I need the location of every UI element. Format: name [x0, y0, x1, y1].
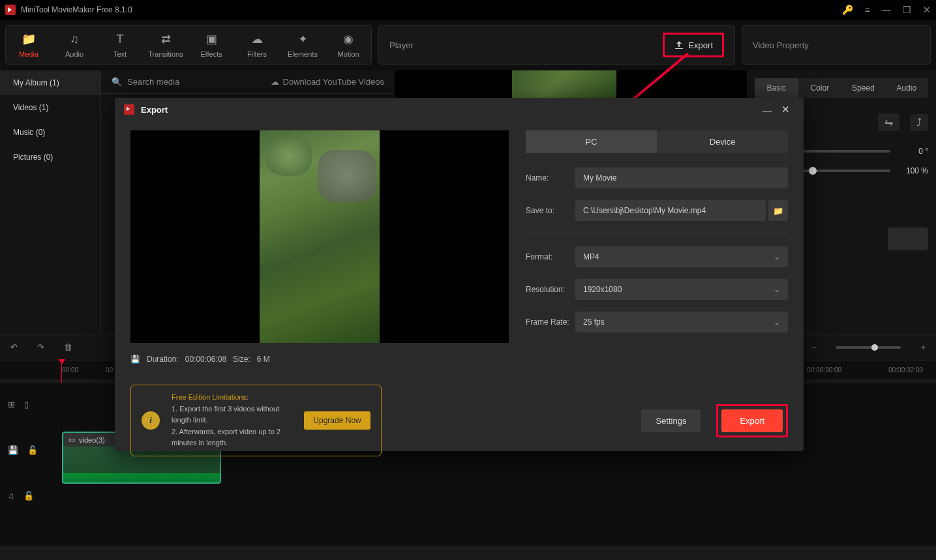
export-button[interactable]: Export	[721, 409, 783, 432]
prop-tab-speed[interactable]: Speed	[841, 78, 885, 98]
key-icon[interactable]: 🔑	[842, 5, 853, 15]
player-label: Player	[389, 40, 663, 50]
undo-icon[interactable]: ↶	[10, 342, 18, 352]
limits-header: Free Edition Limitations:	[172, 392, 292, 404]
save-input[interactable]: C:\Users\bj\Desktop\My Movie.mp4	[575, 200, 766, 221]
delete-icon[interactable]: 🗑	[64, 342, 72, 352]
dialog-title: Export	[141, 105, 758, 115]
sidebar-music[interactable]: Music (0)	[0, 120, 100, 145]
app-title: MiniTool MovieMaker Free 8.1.0	[21, 5, 842, 14]
maximize-icon[interactable]: ❐	[903, 5, 911, 15]
search-input[interactable]: 🔍Search media	[112, 77, 271, 87]
dest-tab-pc[interactable]: PC	[526, 130, 657, 153]
download-youtube[interactable]: ☁Download YouTube Videos	[271, 77, 384, 87]
redo-icon[interactable]: ↷	[37, 342, 44, 352]
name-label: Name:	[526, 173, 575, 183]
top-row: 📁Media ♫Audio TText ⇄Transitions ▣Effect…	[0, 20, 936, 70]
sidebar-videos[interactable]: Videos (1)	[0, 95, 100, 120]
folder-icon: 📁	[22, 32, 36, 46]
limits-line2: 2. Afterwards, export video up to 2 minu…	[172, 426, 292, 449]
format-select[interactable]: MP4⌄	[575, 246, 788, 267]
export-info: 💾 Duration: 00:00:06:08 Size: 6 M	[130, 355, 509, 364]
limits-line1: 1. Export the first 3 videos without len…	[172, 404, 292, 426]
dialog-minimize-icon[interactable]: —	[758, 104, 776, 115]
clip-icon: ▭	[68, 435, 75, 444]
elements-icon: ✦	[298, 32, 308, 46]
tool-elements[interactable]: ✦Elements	[280, 25, 325, 65]
prop-tab-basic[interactable]: Basic	[755, 78, 798, 98]
tool-media[interactable]: 📁Media	[6, 25, 52, 65]
menu-icon[interactable]: ≡	[865, 5, 870, 15]
zoom-slider[interactable]	[836, 346, 901, 349]
destination-tabs: PC Device	[526, 130, 788, 153]
close-icon[interactable]: ✕	[923, 5, 931, 15]
framerate-label: Frame Rate:	[526, 317, 575, 327]
audio-track-icon[interactable]: ♫	[8, 491, 14, 501]
add-track-icon[interactable]: ⊞	[8, 400, 15, 409]
resolution-label: Resolution:	[526, 285, 575, 294]
search-icon: 🔍	[112, 77, 122, 87]
clip-label: video(3)	[79, 436, 105, 444]
format-label: Format:	[526, 252, 575, 261]
tool-filters[interactable]: ☁Filters	[234, 25, 280, 65]
export-preview	[130, 130, 509, 343]
chevron-down-icon: ⌄	[774, 317, 780, 327]
player-panel: Player Export	[378, 25, 735, 65]
export-button-highlight: Export	[716, 404, 788, 437]
audio-waveform	[63, 473, 220, 482]
folder-icon: 📁	[773, 206, 783, 216]
property-action-button[interactable]	[888, 228, 928, 250]
video-property-header: Video Property	[742, 25, 931, 65]
lock-icon[interactable]: 🔓	[27, 445, 38, 455]
dialog-app-icon	[124, 104, 134, 115]
prop-tab-color[interactable]: Color	[798, 78, 842, 98]
dialog-titlebar: Export — ✕	[115, 98, 804, 121]
resolution-select[interactable]: 1920x1080⌄	[575, 279, 788, 300]
name-input[interactable]: My Movie	[575, 168, 788, 188]
divider	[526, 233, 788, 233]
motion-icon: ◉	[343, 32, 354, 46]
info-icon: i	[142, 411, 160, 430]
dest-tab-device[interactable]: Device	[657, 130, 788, 153]
save-icon[interactable]: 💾	[8, 445, 18, 455]
minimize-icon[interactable]: —	[882, 5, 891, 15]
search-bar: 🔍Search media ☁Download YouTube Videos	[101, 70, 395, 94]
sidebar-pictures[interactable]: Pictures (0)	[0, 145, 100, 169]
prop-tab-audio[interactable]: Audio	[885, 78, 929, 98]
limitations-box: i Free Edition Limitations: 1. Export th…	[130, 385, 382, 456]
upload-icon	[674, 40, 684, 50]
sidebar-my-album[interactable]: My Album (1)	[0, 70, 100, 95]
tool-transitions[interactable]: ⇄Transitions	[143, 25, 189, 65]
tool-motion[interactable]: ◉Motion	[325, 25, 371, 65]
browse-folder-button[interactable]: 📁	[768, 200, 788, 221]
chevron-down-icon: ⌄	[774, 285, 780, 294]
dialog-footer: i Free Edition Limitations: 1. Export th…	[115, 394, 804, 451]
effects-icon: ▣	[206, 32, 217, 46]
preview-image	[260, 130, 380, 343]
track-layer-icon[interactable]: ▯	[24, 400, 29, 409]
tool-effects[interactable]: ▣Effects	[189, 25, 234, 65]
media-sidebar: My Album (1) Videos (1) Music (0) Pictur…	[0, 70, 101, 334]
chevron-down-icon: ⌄	[774, 252, 780, 261]
upgrade-button[interactable]: Upgrade Now	[304, 411, 370, 430]
export-top-button[interactable]: Export	[663, 33, 724, 57]
flip-v-icon[interactable]: ⤴	[910, 114, 928, 131]
main-toolbar: 📁Media ♫Audio TText ⇄Transitions ▣Effect…	[5, 25, 372, 65]
framerate-select[interactable]: 25 fps⌄	[575, 312, 788, 332]
zoom-out-icon[interactable]: −	[811, 342, 817, 352]
save-label: Save to:	[526, 206, 575, 215]
text-icon: T	[117, 33, 124, 46]
filters-icon: ☁	[251, 32, 263, 46]
tool-audio[interactable]: ♫Audio	[52, 25, 97, 65]
flip-h-icon[interactable]: ⇋	[878, 113, 899, 131]
app-icon	[5, 5, 16, 15]
tool-text[interactable]: TText	[97, 25, 143, 65]
lock-icon[interactable]: 🔓	[23, 491, 34, 501]
export-dialog: Export — ✕ 💾 Duration: 00:00:06:08 Size:…	[115, 98, 804, 451]
export-top-label: Export	[688, 40, 713, 50]
property-tabs: Basic Color Speed Audio	[755, 78, 928, 98]
rotation-value: 0 °	[899, 147, 928, 156]
dialog-close-icon[interactable]: ✕	[776, 104, 794, 115]
settings-button[interactable]: Settings	[641, 409, 701, 432]
zoom-in-icon[interactable]: +	[920, 342, 926, 352]
